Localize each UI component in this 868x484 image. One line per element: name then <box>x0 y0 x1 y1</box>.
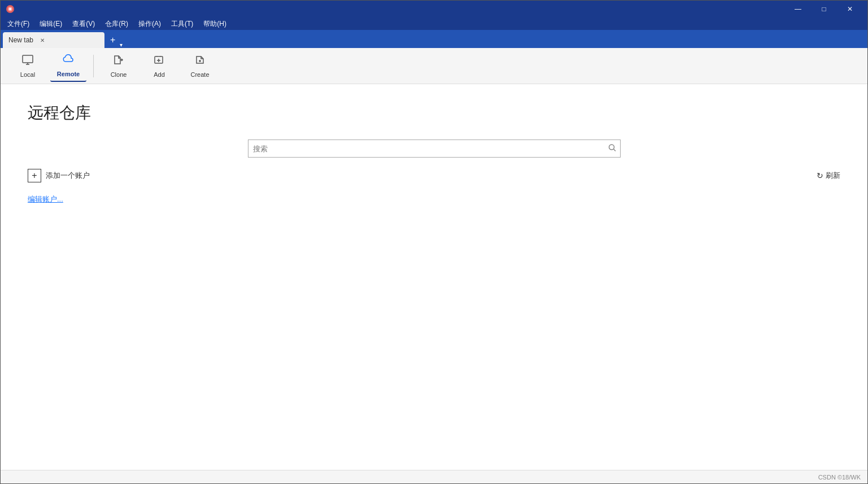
search-wrapper <box>248 139 621 158</box>
menu-action[interactable]: 操作(A) <box>134 18 165 30</box>
main-content: 远程仓库 + 添加一个账户 <box>1 84 867 483</box>
add-label: Add <box>154 71 165 78</box>
toolbar-create-button[interactable]: Create <box>182 50 218 82</box>
actions-row: + 添加一个账户 ↻ 刷新 <box>28 167 840 185</box>
toolbar-divider <box>93 55 94 77</box>
tab-close-icon[interactable]: ✕ <box>38 36 47 45</box>
add-icon <box>153 54 165 69</box>
create-label: Create <box>190 71 209 78</box>
refresh-label: 刷新 <box>826 171 840 181</box>
menu-edit[interactable]: 编辑(E) <box>35 18 67 30</box>
svg-point-2 <box>9 8 11 10</box>
svg-rect-3 <box>23 55 33 63</box>
content-area: 远程仓库 + 添加一个账户 <box>1 84 867 483</box>
refresh-icon: ↻ <box>817 171 823 180</box>
search-input[interactable] <box>248 139 621 158</box>
menu-help[interactable]: 帮助(H) <box>199 18 231 30</box>
add-account-plus-icon: + <box>28 169 41 182</box>
tab-add-button[interactable]: + <box>107 32 119 48</box>
monitor-icon <box>21 54 34 69</box>
menu-file[interactable]: 文件(F) <box>3 18 34 30</box>
footer: CSDN ©18/WK <box>1 470 867 483</box>
clone-icon <box>112 54 125 69</box>
title-bar-left <box>5 4 15 14</box>
clone-label: Clone <box>111 71 127 78</box>
add-account-button[interactable]: + 添加一个账户 <box>28 167 90 185</box>
toolbar-remote-button[interactable]: Remote <box>50 50 86 82</box>
toolbar-local-button[interactable]: Local <box>10 50 46 82</box>
search-icon <box>608 144 616 154</box>
remote-label: Remote <box>57 71 80 77</box>
menu-view[interactable]: 查看(V) <box>68 18 99 30</box>
tab-dropdown-button[interactable]: ▾ <box>119 42 124 48</box>
cloud-icon <box>62 53 75 68</box>
local-label: Local <box>20 71 35 78</box>
tab-new[interactable]: New tab ✕ <box>3 32 104 48</box>
edit-accounts-link[interactable]: 编辑账户... <box>28 195 63 203</box>
add-account-label: 添加一个账户 <box>46 171 90 181</box>
minimize-button[interactable]: — <box>785 1 811 18</box>
refresh-button[interactable]: ↻ 刷新 <box>817 171 840 181</box>
tab-bar: New tab ✕ + ▾ <box>1 30 867 48</box>
menu-bar: 文件(F) 编辑(E) 查看(V) 仓库(R) 操作(A) 工具(T) 帮助(H… <box>1 18 867 30</box>
title-bar-controls: — □ ✕ <box>785 1 863 18</box>
svg-line-8 <box>613 149 616 151</box>
page-title: 远程仓库 <box>28 102 840 124</box>
close-button[interactable]: ✕ <box>837 1 863 18</box>
title-bar: — □ ✕ <box>1 1 867 18</box>
menu-repo[interactable]: 仓库(R) <box>101 18 133 30</box>
create-icon <box>194 54 206 69</box>
toolbar-clone-button[interactable]: Clone <box>101 50 137 82</box>
search-area <box>28 139 840 158</box>
menu-tools[interactable]: 工具(T) <box>167 18 198 30</box>
toolbar-add-button[interactable]: Add <box>141 50 177 82</box>
app-icon <box>5 4 15 14</box>
tab-label: New tab <box>8 36 33 44</box>
svg-point-7 <box>609 145 614 150</box>
maximize-button[interactable]: □ <box>811 1 837 18</box>
toolbar: Local Remote Clone <box>1 48 867 84</box>
footer-credit: CSDN ©18/WK <box>818 474 861 481</box>
